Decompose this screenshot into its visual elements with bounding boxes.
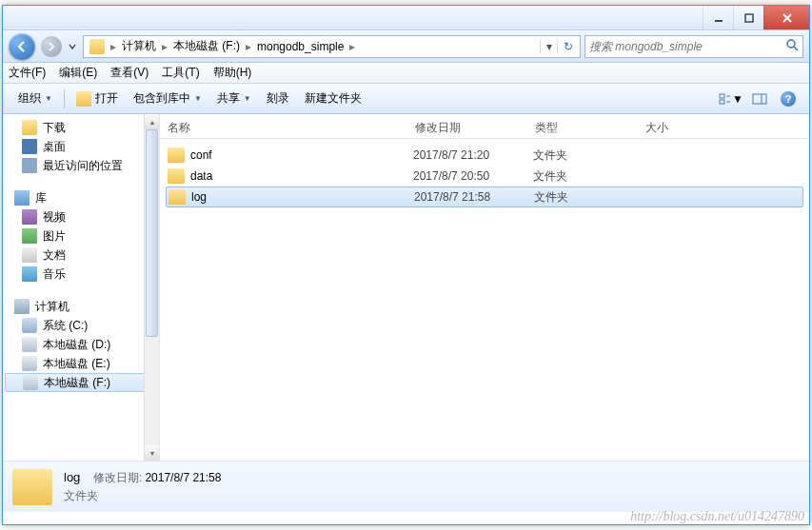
breadcrumb-item[interactable]: 计算机 <box>118 38 160 54</box>
details-name: log <box>64 470 80 484</box>
search-input[interactable] <box>584 35 803 58</box>
breadcrumb[interactable]: ▸ 计算机 ▸ 本地磁盘 (F:) ▸ mongodb_simple ▸ ▾ ↻ <box>83 35 581 58</box>
music-icon <box>22 266 37 282</box>
file-name: data <box>190 169 413 183</box>
video-icon <box>22 209 37 225</box>
separator <box>64 89 65 108</box>
breadcrumb-item[interactable]: 本地磁盘 (F:) <box>169 38 244 54</box>
minimize-button[interactable] <box>703 6 733 29</box>
organize-button[interactable]: 组织▼ <box>10 88 60 110</box>
refresh-button[interactable]: ↻ <box>557 40 578 53</box>
nav-forward-button[interactable] <box>41 36 62 57</box>
sidebar-item-label: 音乐 <box>43 266 66 283</box>
sidebar-item-label: 计算机 <box>35 299 69 315</box>
share-button[interactable]: 共享▼ <box>209 88 259 110</box>
scroll-up-button[interactable]: ▴ <box>145 114 159 129</box>
file-list[interactable]: conf2017/8/7 21:20文件夹data2017/8/7 20:50文… <box>160 139 809 213</box>
burn-label: 刻录 <box>267 90 289 107</box>
column-header-name[interactable]: 名称 <box>160 120 407 136</box>
sidebar-item-label: 桌面 <box>43 139 66 155</box>
body-area: 下载 桌面 最近访问的位置 库 视频 图片 文档 音乐 计算机 系统 (C:) … <box>3 114 809 461</box>
file-date: 2017/8/7 21:20 <box>413 148 533 162</box>
explorer-window: ▸ 计算机 ▸ 本地磁盘 (F:) ▸ mongodb_simple ▸ ▾ ↻… <box>2 5 810 525</box>
include-lib-label: 包含到库中 <box>133 90 190 107</box>
burn-button[interactable]: 刻录 <box>259 88 297 110</box>
svg-point-4 <box>787 40 795 48</box>
svg-rect-6 <box>720 94 724 98</box>
new-folder-button[interactable]: 新建文件夹 <box>297 88 369 110</box>
sidebar-item-documents[interactable]: 文档 <box>3 245 159 265</box>
sidebar-item-drive-d[interactable]: 本地磁盘 (D:) <box>3 335 159 354</box>
picture-icon <box>22 228 37 244</box>
scroll-thumb[interactable] <box>146 129 158 337</box>
menu-view[interactable]: 查看(V) <box>110 65 149 81</box>
file-date: 2017/8/7 20:50 <box>413 169 533 183</box>
sidebar-item-label: 库 <box>35 190 47 206</box>
sidebar-item-label: 文档 <box>43 247 66 264</box>
sidebar-item-label: 本地磁盘 (F:) <box>44 375 110 391</box>
sidebar-item-videos[interactable]: 视频 <box>3 207 159 226</box>
drive-icon <box>22 318 37 333</box>
sidebar-item-drive-c[interactable]: 系统 (C:) <box>3 316 159 335</box>
chevron-right-icon[interactable]: ▸ <box>347 40 357 53</box>
menu-help[interactable]: 帮助(H) <box>213 65 252 81</box>
nav-back-button[interactable] <box>9 33 35 60</box>
nav-history-dropdown[interactable] <box>66 36 79 57</box>
downloads-icon <box>22 120 37 135</box>
computer-icon <box>14 299 30 314</box>
chevron-down-icon: ▼ <box>45 94 52 103</box>
document-icon <box>22 247 37 263</box>
chevron-right-icon[interactable]: ▸ <box>244 40 253 53</box>
menu-file[interactable]: 文件(F) <box>9 65 46 81</box>
sidebar-item-recent[interactable]: 最近访问的位置 <box>3 156 159 175</box>
close-button[interactable] <box>763 6 809 29</box>
svg-rect-7 <box>720 100 724 104</box>
open-button[interactable]: 打开 <box>69 88 126 110</box>
maximize-button[interactable] <box>733 6 763 29</box>
titlebar <box>3 6 809 30</box>
file-row[interactable]: data2017/8/7 20:50文件夹 <box>166 166 803 186</box>
chevron-right-icon[interactable]: ▸ <box>160 40 169 53</box>
sidebar-item-pictures[interactable]: 图片 <box>3 226 159 245</box>
chevron-right-icon[interactable]: ▸ <box>109 40 118 53</box>
column-header-date[interactable]: 修改日期 <box>407 120 527 136</box>
chevron-down-icon: ▼ <box>732 92 743 106</box>
menu-edit[interactable]: 编辑(E) <box>59 65 97 81</box>
scroll-down-button[interactable]: ▾ <box>145 445 159 461</box>
help-button[interactable]: ? <box>775 88 802 110</box>
sidebar-item-music[interactable]: 音乐 <box>3 265 159 284</box>
toolbar: 组织▼ 打开 包含到库中▼ 共享▼ 刻录 新建文件夹 ▼ <box>3 84 809 114</box>
sidebar-item-downloads[interactable]: 下载 <box>3 118 159 137</box>
open-label: 打开 <box>95 90 118 107</box>
desktop-icon <box>22 139 37 154</box>
sidebar-item-libraries[interactable]: 库 <box>3 188 159 207</box>
chevron-down-icon: ▼ <box>194 94 202 103</box>
column-header-type[interactable]: 类型 <box>527 120 638 136</box>
search-field[interactable] <box>589 40 785 53</box>
preview-pane-button[interactable] <box>746 88 773 110</box>
chevron-down-icon: ▼ <box>244 94 251 103</box>
file-row[interactable]: log2017/8/7 21:58文件夹 <box>166 186 803 207</box>
path-dropdown[interactable]: ▾ <box>540 40 557 53</box>
file-row[interactable]: conf2017/8/7 21:20文件夹 <box>166 145 803 166</box>
breadcrumb-item[interactable]: mongodb_simple <box>253 40 347 53</box>
file-type: 文件夹 <box>533 147 644 164</box>
sidebar-item-label: 最近访问的位置 <box>43 158 123 174</box>
column-headers: 名称 修改日期 类型 大小 <box>160 114 809 139</box>
sidebar-scrollbar[interactable]: ▴ ▾ <box>144 114 159 461</box>
sidebar-item-label: 系统 (C:) <box>43 318 88 334</box>
sidebar-item-computer[interactable]: 计算机 <box>3 297 159 316</box>
sidebar-item-desktop[interactable]: 桌面 <box>3 137 159 156</box>
sidebar-item-drive-f[interactable]: 本地磁盘 (F:) <box>5 373 157 392</box>
details-date: 2017/8/7 21:58 <box>145 471 221 484</box>
sidebar-item-drive-e[interactable]: 本地磁盘 (E:) <box>3 354 159 373</box>
details-pane: log 修改日期: 2017/8/7 21:58 文件夹 <box>3 461 809 512</box>
drive-icon <box>23 375 38 390</box>
search-icon[interactable] <box>785 38 799 54</box>
menu-tools[interactable]: 工具(T) <box>162 65 199 81</box>
include-lib-button[interactable]: 包含到库中▼ <box>126 88 209 110</box>
file-name: log <box>191 190 414 204</box>
column-header-size[interactable]: 大小 <box>638 120 714 136</box>
sidebar-item-label: 本地磁盘 (D:) <box>43 337 110 353</box>
view-mode-button[interactable]: ▼ <box>718 88 744 110</box>
